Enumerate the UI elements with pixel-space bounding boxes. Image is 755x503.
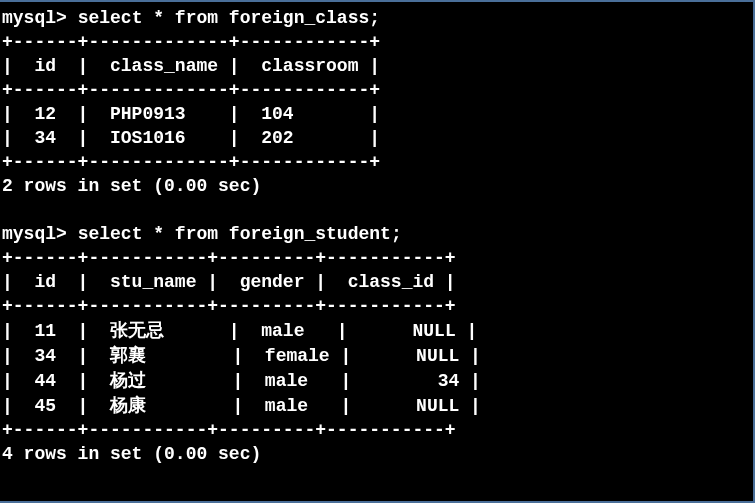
table-border: +------+-----------+---------+----------… bbox=[2, 420, 456, 440]
stu-name-cell: 郭襄 bbox=[110, 344, 146, 365]
table-row: | 44 | 杨过 | male | 34 | bbox=[2, 371, 481, 391]
mysql-terminal[interactable]: mysql> select * from foreign_class; +---… bbox=[0, 0, 755, 503]
table-row: | 45 | 杨康 | male | NULL | bbox=[2, 396, 481, 416]
table-row: | 11 | 张无忌 | male | NULL | bbox=[2, 321, 477, 341]
table-border: +------+-------------+------------+ bbox=[2, 152, 380, 172]
status-line: 4 rows in set (0.00 sec) bbox=[2, 444, 261, 464]
table-header: | id | class_name | classroom | bbox=[2, 56, 380, 76]
prompt: mysql> bbox=[2, 8, 67, 28]
table-row: | 34 | 郭襄 | female | NULL | bbox=[2, 346, 481, 366]
prompt: mysql> bbox=[2, 224, 67, 244]
status-line: 2 rows in set (0.00 sec) bbox=[2, 176, 261, 196]
table-header: | id | stu_name | gender | class_id | bbox=[2, 272, 456, 292]
table-border: +------+-------------+------------+ bbox=[2, 32, 380, 52]
stu-name-cell: 杨康 bbox=[110, 394, 146, 415]
stu-name-cell: 杨过 bbox=[110, 369, 146, 390]
table-border: +------+-------------+------------+ bbox=[2, 80, 380, 100]
table-row: | 34 | IOS1016 | 202 | bbox=[2, 128, 380, 148]
table-border: +------+-----------+---------+----------… bbox=[2, 296, 456, 316]
stu-name-cell: 张无忌 bbox=[110, 319, 164, 340]
sql-query: select * from foreign_class; bbox=[78, 8, 380, 28]
sql-query: select * from foreign_student; bbox=[78, 224, 402, 244]
table-border: +------+-----------+---------+----------… bbox=[2, 248, 456, 268]
table-row: | 12 | PHP0913 | 104 | bbox=[2, 104, 380, 124]
